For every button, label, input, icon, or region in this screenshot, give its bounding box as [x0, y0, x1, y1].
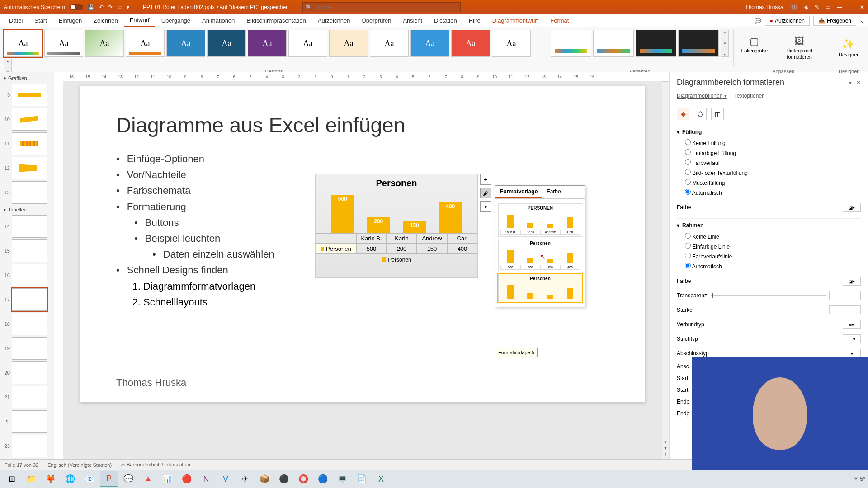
border-auto[interactable]: Automatisch — [685, 261, 861, 271]
border-color-picker[interactable]: ◪▾ — [843, 277, 861, 286]
undo-icon[interactable]: ↶ — [99, 4, 104, 10]
app-icon-8[interactable]: 📄 — [353, 471, 371, 487]
bar-1[interactable]: 500 — [331, 195, 354, 233]
theme-thumb-9[interactable]: Aa — [329, 30, 368, 57]
autosave-toggle[interactable] — [70, 4, 83, 10]
app-icon-1[interactable]: 💬 — [119, 471, 137, 487]
designer-group[interactable]: ✨ Designer Designer — [833, 30, 864, 66]
tab-zeichnen[interactable]: Zeichnen — [88, 15, 123, 26]
thumb-14[interactable] — [12, 215, 47, 238]
tab-uebergaenge[interactable]: Übergänge — [156, 15, 196, 26]
vertical-scroll[interactable]: ▲▼⇕ — [662, 81, 669, 459]
minimize-icon[interactable]: — — [837, 4, 842, 10]
chrome-icon[interactable]: 🌐 — [61, 471, 79, 487]
thumb-13[interactable] — [12, 181, 47, 204]
theme-thumb-3[interactable]: Aa — [85, 30, 124, 57]
vlc-icon[interactable]: 🔺 — [139, 471, 157, 487]
app-icon-4[interactable]: 📦 — [255, 471, 274, 487]
vscode-icon[interactable]: V — [217, 471, 235, 487]
app-icon-5[interactable]: ⭕ — [294, 471, 312, 487]
outlook-icon[interactable]: 📧 — [80, 471, 99, 487]
popup-tab-color[interactable]: Farbe — [542, 186, 565, 198]
fill-gradient[interactable]: Farbverlauf — [685, 158, 861, 168]
tab-start[interactable]: Start — [29, 15, 52, 26]
tab-einfuegen[interactable]: Einfügen — [53, 15, 87, 26]
theme-thumb-1[interactable]: Aa — [4, 30, 42, 57]
theme-thumb-2[interactable]: Aa — [44, 30, 83, 57]
variant-4[interactable] — [678, 30, 719, 57]
border-group-toggle[interactable]: ▾ Rahmen — [677, 222, 861, 229]
fill-solid[interactable]: Einfarbige Füllung — [685, 148, 861, 158]
border-solid[interactable]: Einfarbige Linie — [685, 241, 861, 251]
variant-1[interactable] — [551, 30, 591, 57]
print-icon[interactable]: ▾ — [127, 4, 129, 10]
style-preview-1[interactable]: PERSONEN Karin B.KarinAndrewCarl — [498, 203, 582, 237]
telegram-icon[interactable]: ✈ — [236, 471, 254, 487]
weather-tray[interactable]: ☀ 5° — [854, 476, 865, 482]
tab-datei[interactable]: Datei — [4, 15, 28, 26]
pane-close-icon[interactable]: ✕ — [856, 80, 861, 86]
format-background-button[interactable]: 🖼Hintergrund formatieren — [773, 36, 826, 60]
tab-hilfe[interactable]: Hilfe — [463, 15, 486, 26]
popup-tab-style[interactable]: Formatvorlage — [495, 186, 542, 198]
theme-thumb-5[interactable]: Aa — [166, 30, 205, 57]
style-preview-3[interactable]: Personen ↖ — [498, 274, 582, 302]
tab-ueberpruefen[interactable]: Überprüfen — [356, 15, 396, 26]
firefox-icon[interactable]: 🦊 — [42, 471, 60, 487]
explorer-icon[interactable]: 📁 — [22, 471, 40, 487]
chart[interactable]: Personen 500 200 150 400 Karin B.KarinAn… — [315, 174, 478, 278]
accessibility-status[interactable]: ⚠ Barrierefreiheit: Untersuchen — [121, 462, 190, 468]
obs-icon[interactable]: ⚫ — [275, 471, 293, 487]
dash-picker[interactable]: ⋯▾ — [843, 334, 861, 343]
fill-pattern[interactable]: Musterfüllung — [685, 178, 861, 188]
tab-bildschirm[interactable]: Bildschirmpräsentation — [241, 15, 311, 26]
theme-thumb-11[interactable]: Aa — [410, 30, 449, 57]
search-box[interactable]: 🔍 — [302, 2, 461, 12]
fill-auto[interactable]: Automatisch — [685, 188, 861, 197]
language-status[interactable]: Englisch (Vereinigte Staaten) — [47, 462, 112, 468]
variant-3[interactable] — [636, 30, 676, 57]
tab-entwurf[interactable]: Entwurf — [124, 14, 155, 27]
pane-dropdown-icon[interactable]: ▾ — [849, 80, 852, 86]
chart-filter-icon[interactable]: ▾ — [480, 201, 491, 212]
theme-thumb-7[interactable]: Aa — [248, 30, 287, 57]
cap-picker[interactable]: ▾ — [843, 349, 861, 358]
fill-color-picker[interactable]: ◪▾ — [843, 203, 861, 212]
thumb-10[interactable] — [12, 108, 47, 131]
maximize-icon[interactable]: ☐ — [849, 4, 854, 10]
variant-2[interactable] — [593, 30, 634, 57]
tab-diagrammentwurf[interactable]: Diagrammentwurf — [487, 15, 544, 26]
bar-2[interactable]: 200 — [367, 217, 390, 233]
subtab-chart-options[interactable]: Diagrammoptionen ▾ — [677, 93, 727, 99]
fill-group-toggle[interactable]: ▾ Füllung — [677, 129, 861, 135]
touch-icon[interactable]: ☰ — [117, 4, 122, 10]
transparency-input[interactable] — [829, 291, 861, 300]
powerpoint-icon[interactable]: P — [100, 471, 118, 487]
theme-thumb-13[interactable]: Aa — [492, 30, 531, 57]
highlight-icon[interactable]: ✎ — [815, 4, 819, 10]
thumb-12[interactable] — [12, 157, 47, 179]
app-icon-7[interactable]: 💻 — [333, 471, 351, 487]
thumb-23[interactable] — [12, 435, 47, 457]
search-input[interactable] — [315, 4, 458, 10]
section-graphics[interactable]: ▸ Grafiken… — [2, 74, 52, 82]
app-icon-2[interactable]: 📊 — [158, 471, 176, 487]
thumb-21[interactable] — [12, 386, 47, 408]
thumb-11[interactable] — [12, 132, 47, 155]
fill-none[interactable]: Keine Füllung — [685, 138, 861, 148]
slide-area[interactable]: Diagramme aus Excel einfügen Einfüge-Opt… — [63, 81, 662, 459]
tab-aufzeichnen[interactable]: Aufzeichnen — [312, 15, 356, 26]
collapse-ribbon-icon[interactable]: ⌄ — [860, 18, 864, 24]
thumb-20[interactable] — [12, 361, 47, 384]
effects-icon[interactable]: ⬠ — [694, 108, 707, 120]
thumb-9[interactable] — [12, 84, 47, 106]
cloud-icon[interactable]: ◈ — [804, 4, 808, 10]
section-tables[interactable]: ▸ Tabellen — [2, 206, 52, 213]
size-props-icon[interactable]: ◫ — [711, 108, 724, 120]
width-input[interactable] — [829, 305, 861, 314]
tab-dictation[interactable]: Dictation — [429, 15, 462, 26]
fill-line-icon[interactable]: ◆ — [677, 108, 689, 120]
thumb-15[interactable] — [12, 239, 47, 262]
tab-animationen[interactable]: Animationen — [197, 15, 240, 26]
app-icon-6[interactable]: 🔵 — [314, 471, 332, 487]
